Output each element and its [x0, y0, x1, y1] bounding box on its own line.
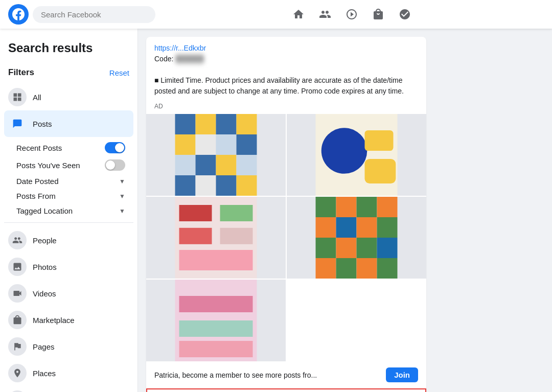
svg-rect-15 [237, 175, 257, 196]
join-button[interactable]: Join [386, 367, 418, 382]
flag-icon [8, 337, 27, 356]
svg-rect-18 [365, 130, 394, 151]
member-text: Patricia, become a member to see more po… [154, 371, 317, 379]
svg-rect-23 [179, 228, 212, 244]
sidebar-item-posts-label: Posts [33, 120, 52, 128]
grid-icon [8, 88, 27, 106]
svg-rect-14 [216, 175, 237, 196]
post-reactions-bar: 👍 ❤️ 14 28 Comments [146, 388, 426, 392]
svg-rect-24 [220, 228, 253, 244]
top-navigation [0, 0, 552, 29]
svg-rect-3 [237, 114, 257, 134]
shop-icon [8, 311, 27, 329]
sidebar-item-all[interactable]: All [4, 84, 133, 110]
filters-label: Filters [8, 67, 34, 78]
posts-from-filter[interactable]: Posts From ▼ [8, 189, 133, 203]
sidebar-item-people-label: People [33, 236, 57, 245]
sidebar-item-groups[interactable]: Groups [4, 386, 133, 392]
sidebar-item-places-label: Places [33, 369, 56, 378]
friends-nav-button[interactable] [313, 2, 337, 27]
sidebar-item-photos-label: Photos [33, 263, 57, 271]
date-posted-filter[interactable]: Date Posted ▼ [8, 174, 133, 189]
post-sub-filters: Recent Posts Posts You've Seen Date Post… [4, 139, 133, 218]
sidebar-item-videos[interactable]: Videos [4, 280, 133, 307]
posts-seen-filter[interactable]: Posts You've Seen [8, 156, 133, 174]
post-link[interactable]: https://r...Edkxbr [154, 44, 206, 52]
location-icon [8, 364, 27, 382]
post-image-5[interactable] [146, 280, 286, 361]
sidebar-item-photos[interactable]: Photos [4, 253, 133, 280]
svg-rect-30 [316, 217, 336, 238]
sidebar-item-posts[interactable]: Posts [4, 110, 133, 137]
facebook-logo[interactable] [8, 4, 29, 25]
recent-posts-toggle[interactable] [105, 142, 125, 153]
post-code: Code: XXXXXX [154, 55, 204, 63]
sidebar-item-places[interactable]: Places [4, 360, 133, 386]
svg-rect-45 [179, 341, 253, 357]
svg-rect-4 [175, 134, 196, 155]
post-text: https://r...Edkxbr Code: XXXXXX ■ Limite… [146, 37, 426, 103]
date-posted-label: Date Posted [16, 177, 59, 186]
svg-rect-33 [377, 217, 398, 238]
svg-rect-32 [357, 217, 377, 238]
filters-header: Filters Reset [4, 63, 133, 82]
svg-rect-39 [336, 258, 357, 279]
marketplace-nav-button[interactable] [366, 2, 390, 27]
svg-rect-2 [216, 114, 237, 134]
sidebar-item-all-label: All [33, 93, 41, 102]
svg-rect-5 [196, 134, 216, 155]
svg-rect-28 [357, 197, 377, 217]
sidebar-item-pages-label: Pages [33, 342, 55, 351]
groups-nav-button[interactable] [393, 2, 417, 27]
left-sidebar: Search results Filters Reset All Posts R… [0, 29, 138, 392]
search-input[interactable] [33, 6, 155, 23]
toggle-knob-off [106, 160, 115, 170]
svg-rect-13 [196, 175, 216, 196]
chat-icon [8, 114, 27, 133]
page-layout: Search results Filters Reset All Posts R… [0, 29, 552, 392]
main-content: https://r...Edkxbr Code: XXXXXX ■ Limite… [138, 29, 434, 392]
svg-rect-11 [237, 155, 257, 175]
sidebar-item-marketplace-label: Marketplace [33, 316, 75, 325]
svg-rect-21 [179, 205, 212, 221]
svg-rect-1 [196, 114, 216, 134]
home-nav-button[interactable] [286, 2, 311, 27]
post-images-grid [146, 114, 426, 361]
svg-rect-40 [357, 258, 377, 279]
post-image-2[interactable] [287, 114, 426, 196]
svg-rect-22 [220, 205, 253, 221]
post-image-3[interactable] [146, 197, 286, 279]
people-icon [8, 231, 27, 249]
toggle-knob [115, 143, 124, 152]
post-image-4[interactable] [287, 197, 426, 279]
reset-button[interactable]: Reset [109, 68, 129, 77]
svg-rect-36 [357, 238, 377, 258]
svg-rect-6 [216, 134, 237, 155]
svg-rect-37 [377, 238, 398, 258]
sidebar-item-videos-label: Videos [33, 289, 56, 298]
svg-rect-25 [179, 250, 253, 270]
recent-posts-filter[interactable]: Recent Posts [8, 139, 133, 156]
watch-nav-button[interactable] [339, 2, 364, 27]
posts-seen-toggle[interactable] [105, 159, 125, 171]
photo-icon [8, 258, 27, 276]
chevron-down-icon: ▼ [119, 193, 125, 200]
svg-rect-41 [377, 258, 398, 279]
svg-rect-8 [175, 155, 196, 175]
sidebar-item-pages[interactable]: Pages [4, 333, 133, 360]
ad-badge: AD [146, 103, 426, 114]
svg-rect-44 [179, 320, 253, 337]
chevron-down-icon: ▼ [119, 178, 125, 185]
video-icon [8, 284, 27, 303]
sidebar-item-marketplace[interactable]: Marketplace [4, 307, 133, 333]
sidebar-item-people[interactable]: People [4, 227, 133, 253]
nav-center-icons [159, 2, 544, 27]
svg-rect-35 [336, 238, 357, 258]
svg-rect-43 [179, 296, 253, 312]
chevron-down-icon: ▼ [119, 207, 125, 215]
post-image-1[interactable] [146, 114, 286, 196]
tagged-location-filter[interactable]: Tagged Location ▼ [8, 203, 133, 218]
svg-rect-38 [316, 258, 336, 279]
svg-rect-7 [237, 134, 257, 155]
posts-from-label: Posts From [16, 192, 56, 200]
